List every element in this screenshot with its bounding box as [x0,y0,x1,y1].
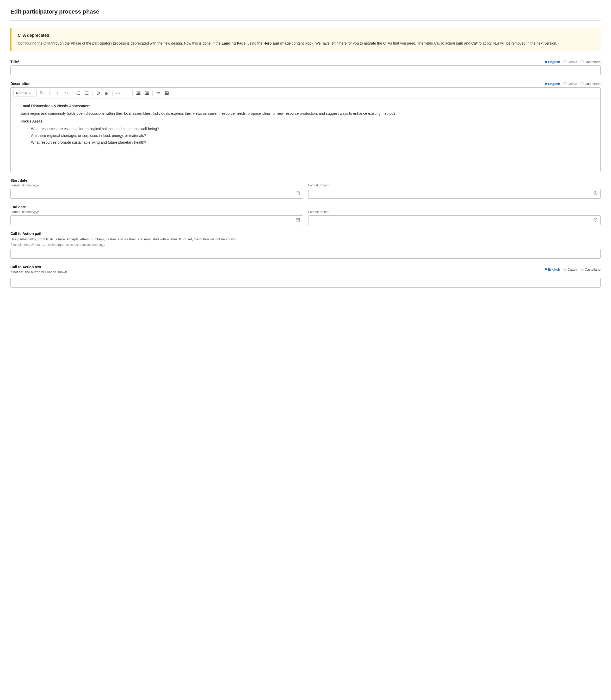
english-dot-icon [545,61,547,63]
cta-lang-castellano[interactable]: Castellano [581,267,600,272]
svg-rect-23 [165,92,168,94]
indent-right-button[interactable] [143,90,150,96]
desc-lang-english[interactable]: English [545,82,560,86]
hr-icon [157,91,161,95]
cta-lang-catala[interactable]: Català [563,267,577,272]
start-date-date: Format: dd/mm/yyyy 01/01/2025 [11,184,303,199]
start-date-time: Format: hh:mm 00:00 [308,184,601,199]
start-time-input-wrap: 00:00 [308,189,601,199]
end-date-input-wrap: 01/03/2025 [11,215,303,225]
svg-rect-22 [157,93,160,94]
alert-italic2: Call to action text [471,41,499,45]
italic-button[interactable]: I [46,90,54,96]
title-input[interactable]: 1. Pre-Assembly: Gathering Input from Co… [11,65,600,75]
format-select-value: Normal [16,91,27,95]
indent-left-icon [136,91,140,95]
unlink-button[interactable] [103,90,110,96]
code-button[interactable]: <> [115,90,122,96]
ordered-list-button[interactable]: 1 2 3 [75,90,82,96]
cta-lang-english[interactable]: English [545,267,560,272]
cta-path-input[interactable]: meetings [11,249,600,259]
chevron-down-icon [29,92,31,94]
desc-castellano-radio-icon [581,82,584,85]
start-date-section: Start date Format: dd/mm/yyyy 01/01/2025… [11,178,600,199]
content-para: Each region and community holds open dis… [20,111,596,116]
alert-text-4: and [463,41,471,45]
end-date-label: End date [11,205,600,209]
toolbar-sep-5 [152,90,153,96]
unordered-list-button[interactable] [83,90,90,96]
cta-path-hint: Use partial paths, not full URLs here. A… [11,237,600,242]
alert-title: CTA deprecated [18,33,594,38]
end-date-section: End date Format: dd/mm/yyyy 01/03/2025 F… [11,205,600,225]
ol-icon: 1 2 3 [76,91,80,95]
title-section: Title* English Català Castellano 1. Pre-… [11,60,600,75]
cta-text-section: Call to Action text If not set, the butt… [11,265,600,288]
description-label: Description [11,82,30,86]
description-content[interactable]: Local Discussions & Needs Assessment: Ea… [11,99,600,172]
svg-point-24 [166,92,166,93]
cta-text-input[interactable]: Organize meetings [11,278,600,288]
cta-english-dot-icon [545,268,547,271]
image-button[interactable] [163,90,170,96]
content-focus: Focus Areas: [20,118,596,124]
catala-radio-icon [563,60,566,63]
strikethrough-button[interactable]: S [63,90,70,96]
start-date-input[interactable]: 01/01/2025 [11,189,303,199]
alert-hero: Hero and image [264,41,291,45]
desc-lang-castellano[interactable]: Castellano [581,82,600,86]
alert-text-3: content block. We have left it here for … [291,41,434,45]
title-lang-catala[interactable]: Català [563,60,577,64]
desc-english-dot-icon [545,83,547,85]
svg-point-8 [85,94,86,95]
start-date-row: Format: dd/mm/yyyy 01/01/2025 Format: hh… [11,184,600,199]
end-date-input[interactable]: 01/03/2025 [11,215,303,225]
title-lang-selector: English Català Castellano [545,60,600,64]
alert-italic1: Call to action path [434,41,463,45]
format-select[interactable]: Normal [13,90,37,97]
cta-path-label: Call to Action path [11,232,600,236]
focus-item-1: What resources are essential for ecologi… [26,126,596,132]
toolbar-sep-3 [112,90,113,96]
hr-button[interactable] [155,90,162,96]
castellano-radio-icon [581,60,584,63]
alert-text-5: will be removed in the next version. [499,41,557,45]
ul-icon [85,91,89,95]
start-time-input[interactable]: 00:00 [308,189,601,199]
cta-text-hint: If not set, the button will not be shown… [11,270,68,274]
end-time-input-wrap: 00:00 [308,215,601,225]
end-date-row: Format: dd/mm/yyyy 01/03/2025 Format: hh… [11,210,600,225]
alert-body: Configuring the CTA through the Phase of… [18,40,594,46]
description-field-header: Description English Català Castellano [11,82,600,86]
cta-deprecated-alert: CTA deprecated Configuring the CTA throu… [11,28,600,52]
start-date-label: Start date [11,178,600,183]
end-date-time: Format: hh:mm 00:00 [308,210,601,225]
editor-toolbar: Normal B I U S 1 2 [11,88,600,99]
svg-point-6 [85,91,86,92]
indent-right-icon [145,91,149,95]
cta-text-lang-selector: English Català Castellano [545,267,600,272]
start-date-format-hint: Format: dd/mm/yyyy [11,184,303,187]
bold-button[interactable]: B [38,90,45,96]
underline-button[interactable]: U [55,90,62,96]
end-time-format-hint: Format: hh:mm [308,210,601,214]
title-lang-castellano[interactable]: Castellano [581,60,600,64]
cta-text-header: Call to Action text If not set, the butt… [11,265,600,274]
svg-point-7 [85,93,86,93]
alert-landing: Landing Page [222,41,246,45]
cta-catala-radio-icon [563,268,566,271]
cta-path-example: Example: https://beta.try.decidim.org/pr… [11,243,600,247]
desc-lang-catala[interactable]: Català [563,82,577,86]
start-date-input-wrap: 01/01/2025 [11,189,303,199]
blockquote-button[interactable]: “ [123,90,130,97]
alert-text-1: Configuring the CTA through the Phase of… [18,41,222,45]
title-field-header: Title* English Català Castellano [11,60,600,64]
indent-left-button[interactable] [135,90,142,96]
cta-castellano-radio-icon [581,268,584,271]
end-time-input[interactable]: 00:00 [308,215,601,225]
link-button[interactable] [94,90,102,96]
content-heading: Local Discussions & Needs Assessment [20,104,91,108]
link-icon [96,91,100,95]
title-label: Title* [11,60,19,64]
title-lang-english[interactable]: English [545,60,560,64]
